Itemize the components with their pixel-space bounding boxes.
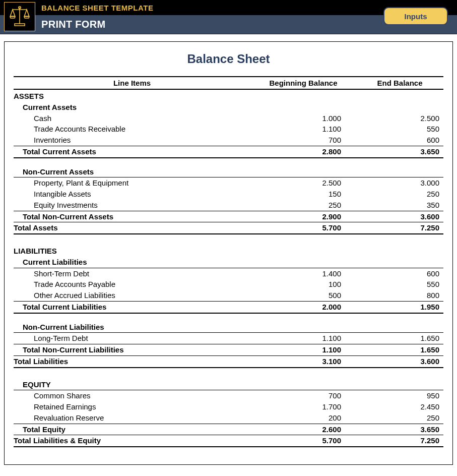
line-label: Intangible Assets: [14, 189, 250, 200]
total-beg: 1.100: [250, 344, 356, 355]
subsection-noncurrent-assets: Non-Current Assets: [14, 166, 443, 178]
total-label: Total Assets: [14, 222, 250, 233]
inputs-button-label: Inputs: [405, 12, 427, 21]
content: Balance Sheet Line Items Beginning Balan…: [0, 34, 457, 469]
liabilities-heading: LIABILITIES: [14, 246, 250, 257]
line-end: 550: [356, 279, 443, 290]
assets-heading: ASSETS: [14, 91, 250, 102]
svg-rect-3: [11, 16, 15, 18]
column-headers: Line Items Beginning Balance End Balance: [14, 76, 443, 90]
line-beg: 250: [250, 200, 356, 211]
line-label: Equity Investments: [14, 200, 250, 211]
line-end: 600: [356, 135, 443, 146]
line-item: Property, Plant & Equipment 2.500 3.000: [14, 177, 443, 189]
section-assets: ASSETS: [14, 91, 443, 102]
line-label: Cash: [14, 113, 250, 124]
total-label: Total Current Liabilities: [14, 302, 250, 313]
total-noncurrent-assets: Total Non-Current Assets 2.900 3.600: [14, 211, 443, 223]
line-end: 250: [356, 189, 443, 200]
line-item: Trade Accounts Payable 100 550: [14, 279, 443, 290]
current-liabilities-heading: Current Liabilities: [14, 257, 250, 268]
header: BALANCE SHEET TEMPLATE PRINT FORM Inputs: [0, 0, 457, 34]
noncurrent-liabilities-heading: Non-Current Liabilities: [14, 322, 250, 333]
total-noncurrent-liabilities: Total Non-Current Liabilities 1.100 1.65…: [14, 344, 443, 356]
line-item: Common Shares 700 950: [14, 390, 443, 401]
line-label: Revaluation Reserve: [14, 412, 250, 424]
line-beg: 700: [250, 135, 356, 146]
inputs-button[interactable]: Inputs: [383, 7, 448, 25]
total-current-liabilities: Total Current Liabilities 2.000 1.950: [14, 302, 443, 314]
scales-icon: [4, 2, 35, 31]
subsection-current-liabilities: Current Liabilities: [14, 257, 443, 268]
total-end: 7.250: [356, 222, 443, 233]
line-beg: 500: [250, 290, 356, 301]
line-beg: 1.700: [250, 401, 356, 412]
line-item: Short-Term Debt 1.400 600: [14, 268, 443, 279]
total-liabilities: Total Liabilities 3.100 3.600: [14, 356, 443, 368]
line-beg: 1.100: [250, 124, 356, 135]
total-equity: Total Equity 2.600 3.650: [14, 424, 443, 436]
total-label: Total Current Assets: [14, 146, 250, 157]
line-beg: 100: [250, 279, 356, 290]
total-end: 7.250: [356, 435, 443, 446]
template-title: BALANCE SHEET TEMPLATE: [41, 4, 153, 12]
line-label: Short-Term Debt: [14, 268, 250, 279]
subsection-noncurrent-liabilities: Non-Current Liabilities: [14, 322, 443, 333]
line-label: Property, Plant & Equipment: [14, 177, 250, 189]
svg-rect-5: [15, 24, 25, 26]
total-beg: 5.700: [250, 435, 356, 446]
total-beg: 2.800: [250, 146, 356, 157]
total-end: 1.950: [356, 302, 443, 313]
line-beg: 1.100: [250, 333, 356, 344]
page-title: Balance Sheet: [14, 52, 443, 66]
line-label: Retained Earnings: [14, 401, 250, 412]
total-end: 3.650: [356, 146, 443, 157]
line-end: 600: [356, 268, 443, 279]
line-item: Equity Investments 250 350: [14, 200, 443, 211]
total-beg: 2.900: [250, 211, 356, 222]
col-beginning: Beginning Balance: [250, 79, 356, 87]
line-item: Intangible Assets 150 250: [14, 189, 443, 200]
line-label: Long-Term Debt: [14, 333, 250, 344]
line-item: Inventories 700 600: [14, 135, 443, 146]
line-item: Other Accrued Liabilities 500 800: [14, 290, 443, 302]
line-end: 950: [356, 390, 443, 401]
line-end: 550: [356, 124, 443, 135]
line-beg: 700: [250, 390, 356, 401]
line-label: Common Shares: [14, 390, 250, 401]
line-end: 800: [356, 290, 443, 301]
line-item: Retained Earnings 1.700 2.450: [14, 401, 443, 412]
equity-heading: EQUITY: [14, 379, 250, 390]
col-end: End Balance: [356, 79, 443, 87]
line-beg: 2.500: [250, 177, 356, 189]
line-item: Cash 1.000 2.500: [14, 113, 443, 124]
total-end: 3.600: [356, 211, 443, 222]
total-label: Total Liabilities & Equity: [14, 435, 250, 446]
line-end: 250: [356, 412, 443, 424]
line-item: Trade Accounts Receivable 1.100 550: [14, 124, 443, 135]
line-beg: 200: [250, 412, 356, 424]
total-assets: Total Assets 5.700 7.250: [14, 222, 443, 234]
total-liabilities-equity: Total Liabilities & Equity 5.700 7.250: [14, 435, 443, 447]
line-beg: 1.000: [250, 113, 356, 124]
line-beg: 150: [250, 189, 356, 200]
total-current-assets: Total Current Assets 2.800 3.650: [14, 146, 443, 158]
noncurrent-assets-heading: Non-Current Assets: [14, 166, 250, 177]
total-label: Total Equity: [14, 424, 250, 435]
line-item: Long-Term Debt 1.100 1.650: [14, 333, 443, 344]
balance-sheet-panel: Balance Sheet Line Items Beginning Balan…: [4, 41, 453, 465]
total-label: Total Liabilities: [14, 356, 250, 367]
line-item: Revaluation Reserve 200 250: [14, 412, 443, 424]
total-beg: 2.600: [250, 424, 356, 435]
line-end: 1.650: [356, 333, 443, 344]
line-end: 2.500: [356, 113, 443, 124]
total-beg: 5.700: [250, 222, 356, 233]
total-end: 3.600: [356, 356, 443, 367]
total-beg: 2.000: [250, 302, 356, 313]
line-label: Other Accrued Liabilities: [14, 290, 250, 301]
line-end: 3.000: [356, 177, 443, 189]
current-assets-heading: Current Assets: [14, 102, 250, 113]
section-liabilities: LIABILITIES: [14, 246, 443, 257]
line-label: Trade Accounts Payable: [14, 279, 250, 290]
line-end: 2.450: [356, 401, 443, 412]
